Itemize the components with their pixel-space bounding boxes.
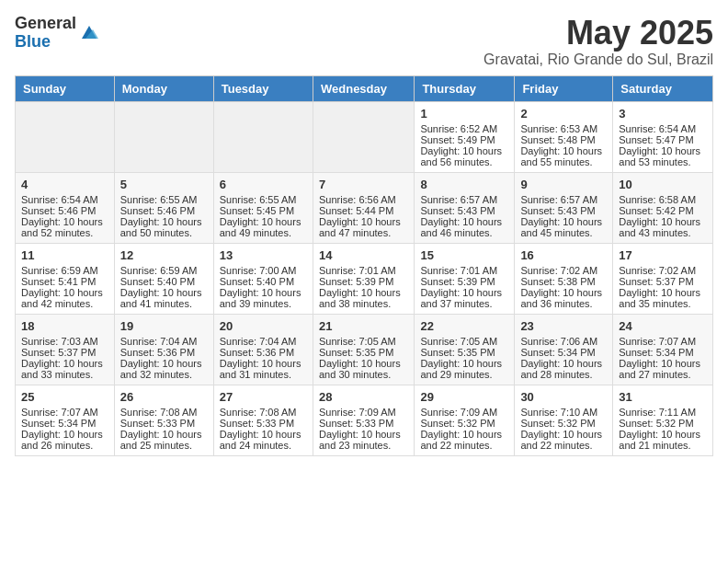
header-saturday: Saturday — [613, 75, 713, 101]
day-info-line: Daylight: 10 hours and 49 minutes. — [220, 216, 307, 238]
header-row: SundayMondayTuesdayWednesdayThursdayFrid… — [16, 75, 713, 101]
day-info-line: Sunset: 5:35 PM — [319, 347, 408, 358]
week-row-1: 1Sunrise: 6:52 AMSunset: 5:49 PMDaylight… — [16, 101, 713, 172]
day-number: 18 — [21, 319, 108, 333]
day-number: 15 — [420, 248, 508, 262]
day-number: 11 — [21, 248, 108, 262]
day-cell: 10Sunrise: 6:58 AMSunset: 5:42 PMDayligh… — [613, 172, 713, 243]
day-number: 6 — [220, 178, 307, 191]
day-info-line: Sunrise: 6:54 AM — [619, 123, 707, 134]
day-number: 23 — [520, 319, 607, 333]
day-info-line: Sunset: 5:44 PM — [319, 205, 408, 216]
day-info-line: Sunrise: 7:05 AM — [420, 336, 508, 347]
day-info-line: Sunset: 5:41 PM — [21, 276, 108, 287]
day-info-line: Daylight: 10 hours and 53 minutes. — [619, 145, 707, 167]
day-info-line: Sunset: 5:38 PM — [520, 276, 607, 287]
day-info-line: Daylight: 10 hours and 27 minutes. — [619, 358, 707, 380]
day-number: 17 — [619, 248, 707, 262]
day-info-line: Sunrise: 6:54 AM — [21, 194, 108, 205]
location: Gravatai, Rio Grande do Sul, Brazil — [483, 52, 713, 68]
day-info-line: Sunset: 5:35 PM — [420, 347, 508, 358]
day-info-line: Daylight: 10 hours and 42 minutes. — [21, 287, 108, 309]
header-friday: Friday — [515, 75, 613, 101]
day-cell: 14Sunrise: 7:01 AMSunset: 5:39 PMDayligh… — [313, 243, 414, 314]
day-number: 24 — [619, 319, 707, 333]
day-info-line: Daylight: 10 hours and 22 minutes. — [520, 429, 607, 451]
day-info-line: Daylight: 10 hours and 22 minutes. — [420, 429, 508, 451]
day-cell — [213, 101, 313, 172]
logo: General Blue — [15, 15, 100, 52]
day-number: 12 — [120, 248, 208, 262]
day-number: 25 — [21, 390, 108, 404]
day-info-line: Daylight: 10 hours and 39 minutes. — [220, 287, 307, 309]
day-cell — [114, 101, 213, 172]
day-info-line: Sunrise: 7:06 AM — [520, 336, 607, 347]
week-row-5: 25Sunrise: 7:07 AMSunset: 5:34 PMDayligh… — [16, 385, 713, 455]
day-info-line: Daylight: 10 hours and 41 minutes. — [120, 287, 208, 309]
day-info-line: Daylight: 10 hours and 45 minutes. — [520, 216, 607, 238]
title-block: May 2025 Gravatai, Rio Grande do Sul, Br… — [483, 15, 713, 68]
day-info-line: Sunrise: 6:55 AM — [220, 194, 307, 205]
day-cell: 6Sunrise: 6:55 AMSunset: 5:45 PMDaylight… — [213, 172, 313, 243]
day-info-line: Daylight: 10 hours and 33 minutes. — [21, 358, 108, 380]
day-number: 14 — [319, 248, 408, 262]
day-info-line: Sunset: 5:42 PM — [619, 205, 707, 216]
day-cell: 18Sunrise: 7:03 AMSunset: 5:37 PMDayligh… — [16, 314, 115, 385]
month-title: May 2025 — [483, 15, 713, 52]
day-info-line: Sunrise: 6:56 AM — [319, 194, 408, 205]
day-info-line: Daylight: 10 hours and 36 minutes. — [520, 287, 607, 309]
day-number: 31 — [619, 390, 707, 404]
day-info-line: Sunset: 5:34 PM — [520, 347, 607, 358]
day-cell: 23Sunrise: 7:06 AMSunset: 5:34 PMDayligh… — [515, 314, 613, 385]
day-info-line: Sunrise: 7:00 AM — [220, 265, 307, 276]
day-number: 22 — [420, 319, 508, 333]
day-info-line: Sunset: 5:39 PM — [319, 276, 408, 287]
day-info-line: Sunset: 5:37 PM — [619, 276, 707, 287]
day-info-line: Daylight: 10 hours and 47 minutes. — [319, 216, 408, 238]
header-sunday: Sunday — [16, 75, 115, 101]
day-info-line: Sunset: 5:32 PM — [420, 418, 508, 429]
day-info-line: Sunrise: 7:09 AM — [319, 407, 408, 418]
day-info-line: Sunrise: 7:04 AM — [120, 336, 208, 347]
day-info-line: Sunset: 5:34 PM — [21, 418, 108, 429]
day-number: 13 — [220, 248, 307, 262]
day-info-line: Daylight: 10 hours and 52 minutes. — [21, 216, 108, 238]
day-info-line: Sunrise: 7:01 AM — [319, 265, 408, 276]
day-cell: 15Sunrise: 7:01 AMSunset: 5:39 PMDayligh… — [415, 243, 515, 314]
header-tuesday: Tuesday — [213, 75, 313, 101]
day-info-line: Daylight: 10 hours and 30 minutes. — [319, 358, 408, 380]
day-info-line: Sunset: 5:33 PM — [220, 418, 307, 429]
day-info-line: Sunset: 5:32 PM — [520, 418, 607, 429]
header-monday: Monday — [114, 75, 213, 101]
day-cell: 4Sunrise: 6:54 AMSunset: 5:46 PMDaylight… — [16, 172, 115, 243]
day-info-line: Sunset: 5:40 PM — [220, 276, 307, 287]
day-number: 19 — [120, 319, 208, 333]
day-cell: 22Sunrise: 7:05 AMSunset: 5:35 PMDayligh… — [415, 314, 515, 385]
day-cell: 24Sunrise: 7:07 AMSunset: 5:34 PMDayligh… — [613, 314, 713, 385]
day-info-line: Sunset: 5:36 PM — [220, 347, 307, 358]
day-cell: 30Sunrise: 7:10 AMSunset: 5:32 PMDayligh… — [515, 385, 613, 455]
day-info-line: Sunset: 5:49 PM — [420, 134, 508, 145]
day-info-line: Sunset: 5:43 PM — [520, 205, 607, 216]
day-info-line: Sunrise: 7:08 AM — [220, 407, 307, 418]
day-number: 3 — [619, 107, 707, 121]
day-number: 1 — [420, 107, 508, 121]
day-info-line: Daylight: 10 hours and 55 minutes. — [520, 145, 607, 167]
day-info-line: Sunset: 5:32 PM — [619, 418, 707, 429]
day-info-line: Sunrise: 6:57 AM — [520, 194, 607, 205]
day-info-line: Sunset: 5:46 PM — [120, 205, 208, 216]
day-info-line: Sunset: 5:40 PM — [120, 276, 208, 287]
day-cell: 25Sunrise: 7:07 AMSunset: 5:34 PMDayligh… — [16, 385, 115, 455]
header-thursday: Thursday — [415, 75, 515, 101]
calendar-body: 1Sunrise: 6:52 AMSunset: 5:49 PMDaylight… — [16, 101, 713, 455]
day-number: 21 — [319, 319, 408, 333]
day-info-line: Sunrise: 6:58 AM — [619, 194, 707, 205]
day-info-line: Daylight: 10 hours and 31 minutes. — [220, 358, 307, 380]
day-cell: 1Sunrise: 6:52 AMSunset: 5:49 PMDaylight… — [415, 101, 515, 172]
day-info-line: Sunrise: 6:55 AM — [120, 194, 208, 205]
day-number: 30 — [520, 390, 607, 404]
day-number: 9 — [520, 178, 607, 191]
day-info-line: Daylight: 10 hours and 24 minutes. — [220, 429, 307, 451]
day-info-line: Sunrise: 7:03 AM — [21, 336, 108, 347]
day-number: 20 — [220, 319, 307, 333]
